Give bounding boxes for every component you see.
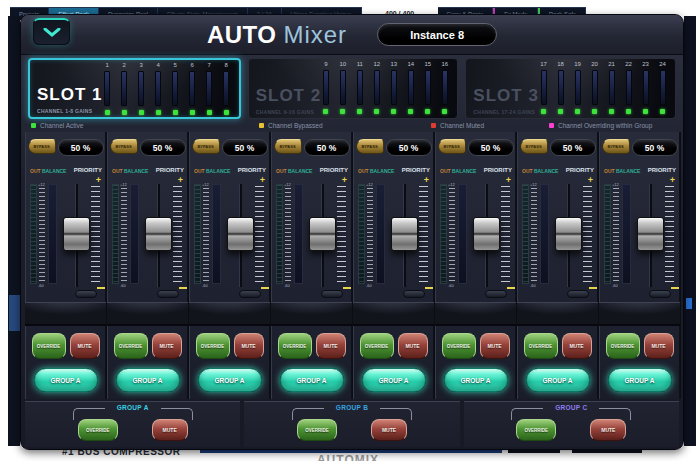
group-mute-button[interactable]: MUTE [371,419,407,441]
priority-fader-handle[interactable] [227,217,254,251]
priority-fader-handle[interactable] [145,217,172,251]
bypass-button[interactable]: BYPASS [28,139,56,154]
slot-panel-2[interactable]: 910111213141516SLOT 2CHANNEL 9-16 GAINS [248,58,459,119]
priority-label: PRIORITY [484,167,512,173]
override-button[interactable]: OVERRIDE [196,333,230,359]
group-assign-button[interactable]: GROUP A [444,368,508,392]
bypass-button[interactable]: BYPASS [520,139,548,154]
strip-knob[interactable] [485,290,507,298]
priority-fader-handle[interactable] [637,217,664,251]
gain-percentage-display[interactable]: 50 % [632,139,678,156]
balance-fader-track[interactable] [376,184,385,284]
gain-percentage-display[interactable]: 50 % [386,139,432,156]
group-mute-button[interactable]: MUTE [152,419,188,441]
balance-fader-track[interactable] [130,184,139,284]
gain-percentage-display[interactable]: 50 % [304,139,350,156]
group-override-button[interactable]: OVERRIDE [516,419,556,441]
balance-fader-track[interactable] [294,184,303,284]
bypass-button[interactable]: BYPASS [274,139,302,154]
balance-fader-track[interactable] [48,184,57,284]
strip-knob[interactable] [567,290,589,298]
priority-fader-handle[interactable] [391,217,418,251]
bypass-button[interactable]: BYPASS [356,139,384,154]
channel-gain-meter [541,70,547,105]
priority-plus-sign: + [588,176,593,184]
mute-button[interactable]: MUTE [234,333,264,359]
override-button[interactable]: OVERRIDE [360,333,394,359]
channel-19: 19 [569,61,586,114]
override-button[interactable]: OVERRIDE [278,333,312,359]
slot-panel-1[interactable]: 12345678SLOT 1CHANNEL 1-8 GAINS [28,58,241,119]
override-button[interactable]: OVERRIDE [442,333,476,359]
strip-group-row: GROUP A [190,368,269,392]
override-button[interactable]: OVERRIDE [524,333,558,359]
channel-active-led [558,109,563,114]
mute-button[interactable]: MUTE [398,333,428,359]
bypass-button[interactable]: BYPASS [110,139,138,154]
channel-gain-meter [206,71,212,106]
strip-knob[interactable] [75,290,97,298]
strip-knob[interactable] [321,290,343,298]
strip-knob[interactable] [649,290,671,298]
strip-knob[interactable] [239,290,261,298]
strip-buttons: OVERRIDEMUTE [354,333,433,359]
channel-active-led [660,109,665,114]
gain-percentage-display[interactable]: 50 % [58,139,104,156]
override-button[interactable]: OVERRIDE [606,333,640,359]
mute-button[interactable]: MUTE [152,333,182,359]
balance-fader-track[interactable] [540,184,549,284]
slot-channel-meters: 910111213141516 [317,61,453,114]
strip-header: BYPASS50 % [272,139,351,156]
scale-bottom-label: -60 [530,283,536,288]
balance-fader-track[interactable] [458,184,467,284]
group-assign-button[interactable]: GROUP A [362,368,426,392]
balance-fader-track[interactable] [212,184,221,284]
gain-percentage-display[interactable]: 50 % [468,139,514,156]
legend-color-swatch [549,123,554,128]
mute-button[interactable]: MUTE [562,333,592,359]
strip-knob[interactable] [403,290,425,298]
slot-panel-3[interactable]: 1718192021222324SLOT 3CHANNEL 17-24 GAIN… [465,58,676,119]
group-master-label: GROUP A [25,404,240,411]
group-override-button[interactable]: OVERRIDE [78,419,118,441]
channel-number: 21 [608,61,615,70]
strip-header: BYPASS50 % [600,139,679,156]
group-assign-button[interactable]: GROUP A [198,368,262,392]
instance-selector[interactable]: Instance 8 [377,23,497,46]
group-assign-button[interactable]: GROUP A [608,368,672,392]
balance-label: BALANCE [124,168,148,174]
priority-fader-handle[interactable] [63,217,90,251]
bypass-button[interactable]: BYPASS [192,139,220,154]
balance-fader-track[interactable] [622,184,631,284]
mute-button[interactable]: MUTE [316,333,346,359]
group-assign-button[interactable]: GROUP A [526,368,590,392]
strip-knob[interactable] [157,290,179,298]
strip-header: BYPASS50 % [26,139,105,156]
group-assign-button[interactable]: GROUP A [280,368,344,392]
priority-label: PRIORITY [566,167,594,173]
priority-fader-handle[interactable] [309,217,336,251]
priority-fader-handle[interactable] [555,217,582,251]
group-override-button[interactable]: OVERRIDE [297,419,337,441]
mute-button[interactable]: MUTE [70,333,100,359]
group-mute-button[interactable]: MUTE [590,419,626,441]
group-assign-button[interactable]: GROUP A [34,368,98,392]
group-master-group-c: GROUP COVERRIDEMUTE [464,401,679,447]
group-assign-button[interactable]: GROUP A [116,368,180,392]
gain-percentage-display[interactable]: 50 % [550,139,596,156]
priority-minus-mark [97,287,105,289]
slot-sublabel: CHANNEL 9-16 GAINS [256,109,314,115]
override-button[interactable]: OVERRIDE [32,333,66,359]
bypass-button[interactable]: BYPASS [438,139,466,154]
mute-button[interactable]: MUTE [644,333,674,359]
gain-percentage-display[interactable]: 50 % [140,139,186,156]
mute-button[interactable]: MUTE [480,333,510,359]
channel-gain-meter [104,71,110,106]
override-button[interactable]: OVERRIDE [114,333,148,359]
priority-fader-handle[interactable] [473,217,500,251]
gain-percentage-display[interactable]: 50 % [222,139,268,156]
bypass-button[interactable]: BYPASS [602,139,630,154]
channel-11: 11 [351,61,368,114]
channel-active-led [224,110,229,115]
out-label: OUT [276,168,287,174]
